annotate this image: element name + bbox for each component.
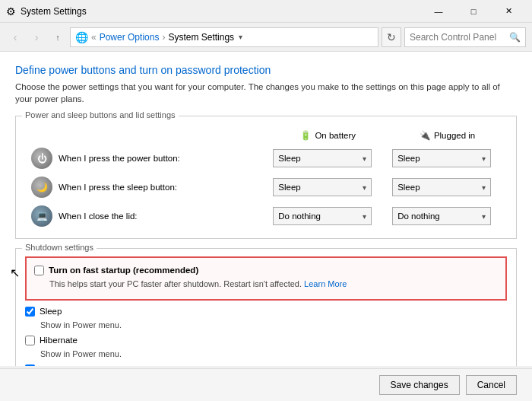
cancel-button[interactable]: Cancel bbox=[466, 375, 517, 395]
addressbar: ‹ › ↑ 🌐 « Power Options › System Setting… bbox=[0, 23, 532, 52]
hibernate-row: Hibernate Show in Power menu. bbox=[25, 334, 507, 358]
window-title: System Settings bbox=[21, 6, 421, 17]
sleep-checkbox[interactable] bbox=[25, 307, 35, 317]
forward-button[interactable]: › bbox=[27, 28, 46, 46]
lid-battery-dropdown[interactable]: Do nothing ▾ bbox=[273, 207, 372, 225]
titlebar-controls: — □ ✕ bbox=[421, 0, 526, 23]
up-button[interactable]: ↑ bbox=[49, 28, 67, 46]
fast-startup-checkbox[interactable] bbox=[34, 266, 44, 275]
learn-more-link[interactable]: Learn More bbox=[304, 279, 347, 288]
power-plugged-dropdown[interactable]: Sleep ▾ bbox=[392, 149, 491, 167]
breadcrumb-dropdown-arrow[interactable]: ▾ bbox=[239, 33, 242, 41]
hibernate-checkbox[interactable] bbox=[25, 336, 35, 345]
chevron-down-icon: ▾ bbox=[482, 154, 486, 163]
battery-icon: 🔋 bbox=[300, 130, 311, 141]
lock-checkbox[interactable] bbox=[25, 364, 35, 366]
sleep-button-icon: 🌙 bbox=[31, 177, 52, 198]
lid-icon: 💻 bbox=[31, 205, 52, 227]
refresh-button[interactable]: ↻ bbox=[382, 27, 401, 47]
settings-area: Define power buttons and turn on passwor… bbox=[0, 52, 532, 366]
fast-startup-label[interactable]: Turn on fast startup (recommended) bbox=[49, 264, 198, 276]
cursor-pointer-icon: ↖ bbox=[10, 266, 20, 280]
shutdown-group: Shutdown settings ↖ Turn on fast startup… bbox=[15, 248, 517, 366]
shutdown-section: Shutdown settings ↖ Turn on fast startup… bbox=[15, 248, 517, 366]
breadcrumb-arrow: › bbox=[162, 32, 165, 43]
page-description: Choose the power settings that you want … bbox=[15, 81, 517, 105]
col-battery: 🔋 On battery bbox=[268, 127, 388, 144]
power-button-icon: ⏻ bbox=[31, 148, 52, 169]
table-row: ⏻ When I press the power button: Sleep ▾… bbox=[25, 144, 507, 173]
chevron-down-icon: ▾ bbox=[363, 154, 366, 163]
table-row: 🌙 When I press the sleep button: Sleep ▾… bbox=[25, 173, 507, 202]
chevron-down-icon: ▾ bbox=[482, 212, 486, 221]
titlebar: ⚙ System Settings — □ ✕ bbox=[0, 0, 532, 23]
chevron-down-icon: ▾ bbox=[363, 212, 366, 221]
buttons-section-label: Power and sleep buttons and lid settings bbox=[22, 110, 179, 119]
page-heading: Define power buttons and turn on passwor… bbox=[15, 64, 517, 76]
sleep-label[interactable]: Sleep bbox=[40, 305, 62, 317]
lid-label: When I close the lid: bbox=[59, 212, 138, 221]
lid-plugged-dropdown[interactable]: Do nothing ▾ bbox=[392, 207, 491, 225]
search-icon: 🔍 bbox=[509, 32, 521, 43]
search-input[interactable] bbox=[410, 32, 509, 43]
sleep-button-label: When I press the sleep button: bbox=[59, 183, 177, 192]
sleep-battery-dropdown[interactable]: Sleep ▾ bbox=[273, 178, 372, 196]
maximize-button[interactable]: □ bbox=[456, 0, 491, 23]
plug-icon: 🔌 bbox=[420, 130, 430, 141]
buttons-section: Power and sleep buttons and lid settings… bbox=[15, 116, 517, 239]
fast-startup-box: ↖ Turn on fast startup (recommended) Thi… bbox=[25, 256, 507, 301]
col-plugged: 🔌 Plugged in bbox=[388, 127, 507, 144]
breadcrumb: 🌐 « Power Options › System Settings ▾ bbox=[70, 27, 378, 47]
chevron-down-icon: ▾ bbox=[482, 183, 486, 192]
breadcrumb-sep1: « bbox=[91, 32, 97, 43]
back-button[interactable]: ‹ bbox=[6, 28, 24, 46]
footer: Save changes Cancel bbox=[0, 368, 532, 401]
lock-row: Lock Show in account picture menu. bbox=[25, 363, 507, 366]
window-icon: ⚙ bbox=[6, 5, 16, 18]
breadcrumb-power-options[interactable]: Power Options bbox=[100, 32, 160, 43]
close-button[interactable]: ✕ bbox=[491, 0, 526, 23]
search-bar: 🔍 bbox=[404, 27, 526, 47]
table-row: 💻 When I close the lid: Do nothing ▾ Do … bbox=[25, 202, 507, 231]
hibernate-sub: Show in Power menu. bbox=[40, 349, 507, 358]
sleep-plugged-dropdown[interactable]: Sleep ▾ bbox=[392, 178, 491, 196]
sleep-row: Sleep Show in Power menu. bbox=[25, 305, 507, 329]
minimize-button[interactable]: — bbox=[421, 0, 456, 23]
breadcrumb-system-settings: System Settings bbox=[168, 32, 234, 43]
fast-startup-description: This helps start your PC faster after sh… bbox=[49, 279, 498, 288]
breadcrumb-icon: 🌐 bbox=[75, 31, 88, 43]
save-changes-button[interactable]: Save changes bbox=[379, 375, 460, 395]
power-battery-dropdown[interactable]: Sleep ▾ bbox=[273, 149, 372, 167]
chevron-down-icon: ▾ bbox=[363, 183, 366, 192]
lock-label[interactable]: Lock bbox=[40, 363, 58, 366]
fast-startup-row: Turn on fast startup (recommended) bbox=[34, 264, 498, 276]
hibernate-label[interactable]: Hibernate bbox=[40, 334, 78, 346]
sleep-sub: Show in Power menu. bbox=[40, 320, 507, 329]
settings-table: 🔋 On battery 🔌 Plugged in bbox=[25, 127, 507, 231]
power-button-label: When I press the power button: bbox=[59, 154, 180, 163]
shutdown-section-label: Shutdown settings bbox=[22, 243, 97, 252]
